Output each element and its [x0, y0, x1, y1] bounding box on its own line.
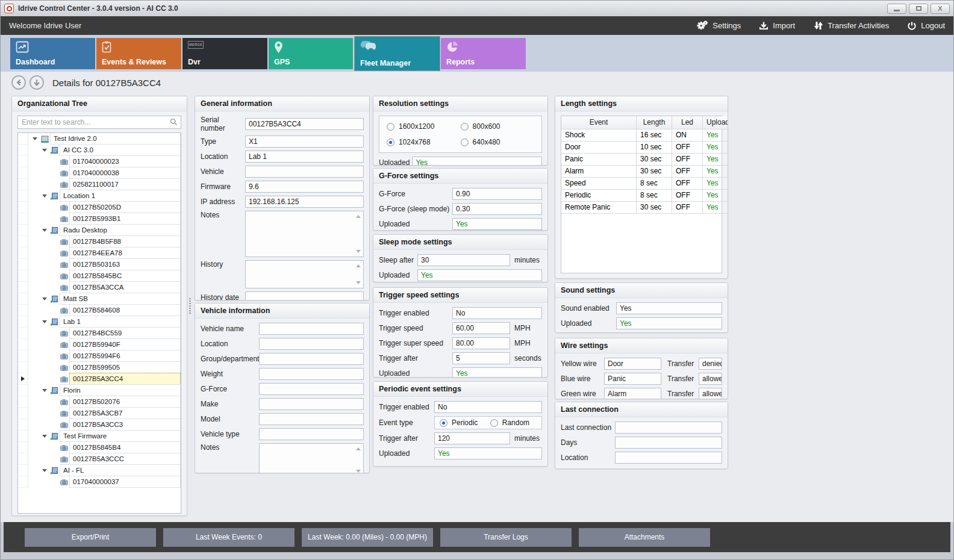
weight-field[interactable]	[259, 368, 364, 380]
tree-node-radu-desktop[interactable]: Radu Desktop	[18, 225, 181, 236]
tree-node-00127b5845bc[interactable]: 00127B5845BC	[18, 270, 181, 282]
radio-periodic[interactable]: Periodic	[440, 418, 490, 427]
trigger-super-speed-field[interactable]: 80.00	[452, 337, 510, 349]
radio-640x480[interactable]: 640x480	[461, 138, 535, 146]
tree-search-input[interactable]	[17, 116, 181, 129]
g-force-field[interactable]: 0.90	[452, 188, 542, 200]
tree-node-017040000038[interactable]: 017040000038	[18, 167, 181, 179]
make-field[interactable]	[259, 398, 364, 410]
uploaded-field[interactable]: Yes	[452, 218, 542, 230]
expand-details-button[interactable]	[30, 75, 44, 90]
trigger-speed-field[interactable]: 60.00	[452, 322, 510, 334]
tree-node-ai-fl[interactable]: AI - FL	[18, 465, 181, 476]
trigger-after-field[interactable]: 5	[452, 352, 510, 364]
group-department-field[interactable]	[259, 353, 364, 365]
tree-node-00127b5a3cc3[interactable]: 00127B5A3CC3	[18, 419, 181, 431]
table-row-alarm[interactable]: Alarm30 secOFFYes	[561, 166, 722, 178]
last-week-events-button[interactable]: Last Week Events: 0	[163, 528, 295, 547]
column-header-length[interactable]: Length	[637, 116, 672, 129]
table-row-shock[interactable]: Shock16 secONYes	[561, 129, 722, 142]
column-header-uploaded[interactable]: Uploaded	[703, 116, 728, 129]
uploaded-field[interactable]: Yes	[412, 157, 542, 166]
ip-address-field[interactable]: 192.168.16.125	[245, 196, 364, 208]
yellow-wire-field[interactable]: Door	[604, 358, 661, 370]
expander-icon[interactable]	[40, 316, 49, 328]
notes-textarea[interactable]	[259, 443, 364, 473]
yellow-wire-transfer-field[interactable]: denied	[699, 358, 722, 370]
tree-node-00127b4eea78[interactable]: 00127B4EEA78	[18, 247, 181, 259]
transfer-activities-button[interactable]: Transfer Activities	[813, 20, 889, 31]
tree-node-00127b5993b1[interactable]: 00127B5993B1	[18, 213, 181, 225]
last-connection-field[interactable]	[615, 422, 722, 434]
table-row-periodic[interactable]: Periodic8 secOFFYes	[561, 190, 722, 202]
tree-node-00127b502076[interactable]: 00127B502076	[18, 396, 181, 408]
scroll-down-icon[interactable]	[356, 250, 361, 253]
tab-dashboard[interactable]: Dashboard	[10, 38, 95, 69]
tree-node-00127b5a3cca[interactable]: 00127B5A3CCA	[18, 282, 181, 293]
tree-node-00127b5845b4[interactable]: 00127B5845B4	[18, 442, 181, 453]
location-field[interactable]	[615, 452, 722, 464]
transfer-logs-button[interactable]: Transfer Logs	[440, 528, 572, 547]
trigger-enabled-field[interactable]: No	[434, 401, 542, 413]
tree-node-00127b5a3cc4[interactable]: 00127B5A3CC4	[18, 373, 181, 385]
tree-node-test-idrive-2-0[interactable]: Test Idrive 2.0	[18, 133, 181, 145]
logout-button[interactable]: Logout	[907, 20, 945, 31]
radio-1024x768[interactable]: 1024x768	[387, 138, 461, 146]
tab-events-reviews[interactable]: Events & Reviews	[96, 38, 181, 69]
tree-node-00127b5a3ccc[interactable]: 00127B5A3CCC	[18, 453, 181, 465]
g-force-sleep-mode-field[interactable]: 0.30	[452, 203, 542, 215]
expander-icon[interactable]	[40, 190, 49, 202]
tree-node-00127b5994f6[interactable]: 00127B5994F6	[18, 350, 181, 362]
location-field[interactable]: Lab 1	[245, 151, 364, 163]
scroll-up-icon[interactable]	[356, 264, 361, 267]
attachments-button[interactable]: Attachments	[579, 528, 710, 547]
tree-node-00127b5a3cb7[interactable]: 00127B5A3CB7	[18, 408, 181, 419]
history-date-field[interactable]	[245, 291, 364, 300]
notes-textarea[interactable]	[245, 211, 364, 257]
tree-splitter[interactable]	[189, 96, 192, 516]
tree-node-florin[interactable]: Florin	[18, 385, 181, 396]
vehicle-name-field[interactable]	[259, 323, 364, 335]
tree-node-00127b4b5f88[interactable]: 00127B4B5F88	[18, 236, 181, 247]
type-field[interactable]: X1	[245, 135, 364, 148]
tree-node-00127b599505[interactable]: 00127B599505	[18, 362, 181, 373]
tree-node-location-1[interactable]: Location 1	[18, 190, 181, 202]
tree-node-00127b4bc559[interactable]: 00127B4BC559	[18, 328, 181, 339]
radio-800x600[interactable]: 800x600	[461, 122, 535, 131]
expander-icon[interactable]	[40, 465, 49, 476]
vehicle-type-field[interactable]	[259, 428, 364, 440]
vehicle-field[interactable]	[245, 166, 364, 178]
tree-node-lab-1[interactable]: Lab 1	[18, 316, 181, 328]
green-wire-field[interactable]: Alarm	[604, 388, 661, 399]
serial-number-field[interactable]: 00127B5A3CC4	[245, 118, 364, 130]
close-button[interactable]: X	[931, 4, 950, 14]
tab-gps[interactable]: GPS	[269, 38, 354, 69]
uploaded-field[interactable]: Yes	[616, 317, 722, 329]
column-header-led[interactable]: Led	[672, 116, 703, 129]
import-button[interactable]: Import	[759, 20, 795, 31]
scroll-down-icon[interactable]	[356, 470, 361, 473]
last-week-button[interactable]: Last Week: 0.00 (Miles) - 0.00 (MPH)	[302, 528, 433, 547]
tree-node-025821100017[interactable]: 025821100017	[18, 179, 181, 190]
sleep-after-field[interactable]: 30	[417, 254, 510, 266]
table-row-panic[interactable]: Panic30 secOFFYes	[561, 154, 722, 166]
radio-random[interactable]: Random	[490, 418, 529, 427]
tab-reports[interactable]: Reports	[441, 38, 526, 69]
radio-1600x1200[interactable]: 1600x1200	[387, 122, 461, 131]
firmware-field[interactable]: 9.6	[245, 181, 364, 193]
expander-icon[interactable]	[40, 385, 49, 396]
export-print-button[interactable]: Export/Print	[25, 528, 156, 547]
uploaded-field[interactable]: Yes	[417, 269, 542, 281]
table-row-remote-panic[interactable]: Remote Panic30 secOFFYes	[561, 202, 722, 214]
minimize-button[interactable]	[887, 4, 906, 14]
scroll-up-icon[interactable]	[356, 447, 361, 450]
tree-node-00127b503163[interactable]: 00127B503163	[18, 259, 181, 270]
maximize-button[interactable]	[909, 4, 928, 14]
tree-node-017040000023[interactable]: 017040000023	[18, 156, 181, 167]
table-row-door[interactable]: Door10 secOFFYes	[561, 142, 722, 154]
expander-icon[interactable]	[31, 133, 39, 145]
expander-icon[interactable]	[40, 293, 49, 305]
tree-node-00127b584608[interactable]: 00127B584608	[18, 305, 181, 316]
tree-node-00127b59940f[interactable]: 00127B59940F	[18, 339, 181, 350]
model-field[interactable]	[259, 413, 364, 425]
